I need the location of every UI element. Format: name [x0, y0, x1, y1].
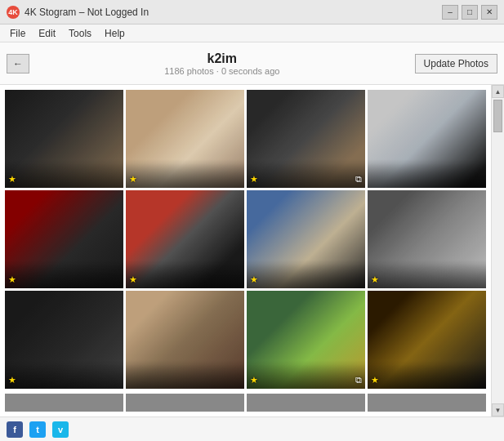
- profile-info: k2im 1186 photos · 0 seconds ago: [29, 51, 415, 76]
- vimeo-icon[interactable]: v: [52, 421, 69, 438]
- menu-bar: File Edit Tools Help: [0, 24, 504, 42]
- photo-star-12: ★: [371, 375, 379, 385]
- menu-help[interactable]: Help: [98, 26, 132, 41]
- photo-cell-8[interactable]: ★: [368, 190, 486, 288]
- app-icon: 4K: [7, 6, 20, 19]
- photo-star-2: ★: [129, 174, 137, 185]
- maximize-button[interactable]: □: [462, 5, 478, 20]
- profile-meta: 1186 photos · 0 seconds ago: [29, 66, 415, 76]
- photo-album-icon-11: ⧉: [355, 375, 362, 385]
- photo-star-3: ★: [250, 174, 258, 185]
- menu-tools[interactable]: Tools: [62, 26, 98, 41]
- twitter-icon[interactable]: t: [29, 421, 46, 438]
- window-controls: – □ ✕: [442, 5, 497, 20]
- scroll-thumb[interactable]: [493, 100, 502, 132]
- photo-cell-small-16[interactable]: [368, 394, 486, 412]
- close-button[interactable]: ✕: [481, 5, 497, 20]
- minimize-button[interactable]: –: [442, 5, 458, 20]
- bottom-bar: f t v: [0, 416, 504, 441]
- photo-cell-11[interactable]: ★⧉: [247, 291, 365, 389]
- scroll-track[interactable]: [492, 98, 504, 403]
- photo-cell-5[interactable]: ★: [5, 190, 123, 288]
- photo-star-11: ★: [250, 375, 258, 385]
- partial-row: [0, 394, 491, 416]
- photo-star-7: ★: [250, 274, 258, 285]
- photo-cell-small-15[interactable]: [247, 394, 365, 412]
- title-bar-left: 4K 4K Stogram – Not Logged In: [7, 6, 149, 19]
- photo-album-icon-3: ⧉: [355, 174, 362, 185]
- photo-grid: ★★★⧉★★★★★★⧉★: [0, 85, 491, 394]
- back-button[interactable]: ←: [7, 54, 29, 74]
- update-photos-button[interactable]: Update Photos: [415, 54, 497, 74]
- facebook-icon[interactable]: f: [7, 421, 23, 438]
- photo-cell-4[interactable]: [368, 90, 486, 188]
- photo-cell-2[interactable]: ★: [126, 90, 244, 188]
- photo-cell-10[interactable]: [126, 291, 244, 389]
- menu-file[interactable]: File: [3, 26, 32, 41]
- scroll-down-arrow[interactable]: ▼: [492, 403, 504, 416]
- photo-star-9: ★: [8, 375, 16, 385]
- photo-cell-3[interactable]: ★⧉: [247, 90, 365, 188]
- photo-star-8: ★: [371, 274, 379, 285]
- title-bar: 4K 4K Stogram – Not Logged In – □ ✕: [0, 0, 504, 24]
- photo-cell-1[interactable]: ★: [5, 90, 123, 188]
- photo-star-6: ★: [129, 274, 137, 285]
- profile-name: k2im: [29, 51, 415, 66]
- scrollbar[interactable]: ▲ ▼: [491, 85, 504, 416]
- photo-cell-12[interactable]: ★: [368, 291, 486, 389]
- menu-edit[interactable]: Edit: [32, 26, 62, 41]
- top-bar: ← k2im 1186 photos · 0 seconds ago Updat…: [0, 42, 504, 85]
- scroll-up-arrow[interactable]: ▲: [492, 85, 504, 98]
- photo-cell-small-14[interactable]: [126, 394, 244, 412]
- photo-cell-6[interactable]: ★: [126, 190, 244, 288]
- photo-cell-9[interactable]: ★: [5, 291, 123, 389]
- photo-star-5: ★: [8, 274, 16, 285]
- photo-cell-small-13[interactable]: [5, 394, 123, 412]
- window-title: 4K Stogram – Not Logged In: [25, 7, 149, 18]
- photo-cell-7[interactable]: ★: [247, 190, 365, 288]
- photo-star-1: ★: [8, 174, 16, 185]
